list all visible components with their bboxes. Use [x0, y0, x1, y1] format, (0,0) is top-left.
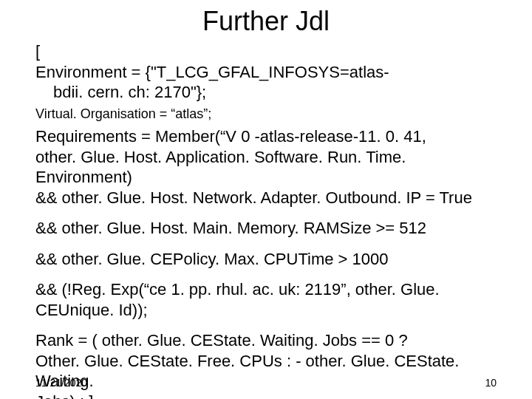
code-line-rank-a: Rank = ( other. Glue. CEState. Waiting. …: [35, 330, 497, 351]
code-line-env-a: Environment = {"T_LCG_GFAL_INFOSYS=atlas…: [35, 62, 497, 83]
footer-page-number: 10: [485, 377, 497, 389]
code-line-ram: && other. Glue. Host. Main. Memory. RAMS…: [35, 218, 497, 239]
slide: Further Jdl [ Environment = {"T_LCG_GFAL…: [0, 0, 532, 399]
requirements-block: Requirements = Member(“V 0 -atlas-releas…: [35, 126, 497, 208]
code-line-cpu: && other. Glue. CEPolicy. Max. CPUTime >…: [35, 249, 497, 270]
code-line-req-b: other. Glue. Host. Application. Software…: [35, 147, 497, 188]
footer: 11/21/2020 10: [35, 377, 497, 389]
footer-date: 11/21/2020: [35, 377, 87, 389]
code-line-vo: Virtual. Organisation = “atlas”;: [35, 106, 497, 123]
code-line-regexp: && (!Reg. Exp(“ce 1. pp. rhul. ac. uk: 2…: [35, 279, 497, 320]
rank-block: Rank = ( other. Glue. CEState. Waiting. …: [35, 330, 497, 399]
page-title: Further Jdl: [35, 6, 497, 37]
code-line-req-c: && other. Glue. Host. Network. Adapter. …: [35, 188, 497, 208]
code-line-env-b: bdii. cern. ch: 2170"};: [35, 82, 497, 103]
code-line-bracket: [: [35, 41, 497, 62]
code-line-req-a: Requirements = Member(“V 0 -atlas-releas…: [35, 126, 497, 147]
code-line-rank-c: Jobs) ; ]: [35, 392, 497, 400]
